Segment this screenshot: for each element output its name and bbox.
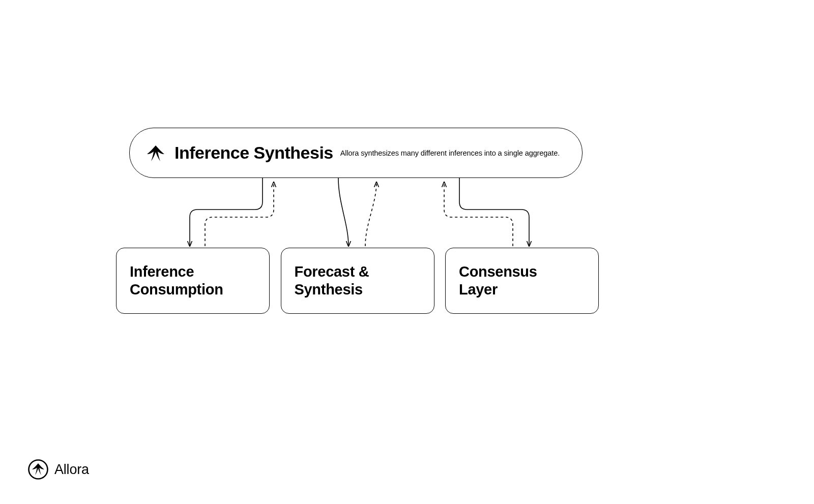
node-forecast-synthesis: Forecast & Synthesis (281, 248, 434, 314)
node-inference-consumption: Inference Consumption (116, 248, 270, 314)
node-label: Consensus Layer (459, 263, 537, 299)
top-node-subtitle: Allora synthesizes many different infere… (340, 149, 560, 157)
diagram-container: Inference Synthesis Allora synthesizes m… (0, 0, 814, 504)
node-label: Inference Consumption (130, 263, 223, 299)
bottom-row: Inference Consumption Forecast & Synthes… (116, 248, 599, 314)
brand-lockup: Allora (28, 459, 89, 480)
top-node-inference-synthesis: Inference Synthesis Allora synthesizes m… (129, 128, 583, 178)
brand-name: Allora (54, 462, 89, 478)
svg-point-0 (29, 460, 48, 479)
allora-logo-icon (28, 459, 48, 480)
allora-icon (145, 142, 166, 164)
node-consensus-layer: Consensus Layer (445, 248, 599, 314)
node-label: Forecast & Synthesis (295, 263, 369, 299)
top-node-title: Inference Synthesis (175, 143, 333, 163)
